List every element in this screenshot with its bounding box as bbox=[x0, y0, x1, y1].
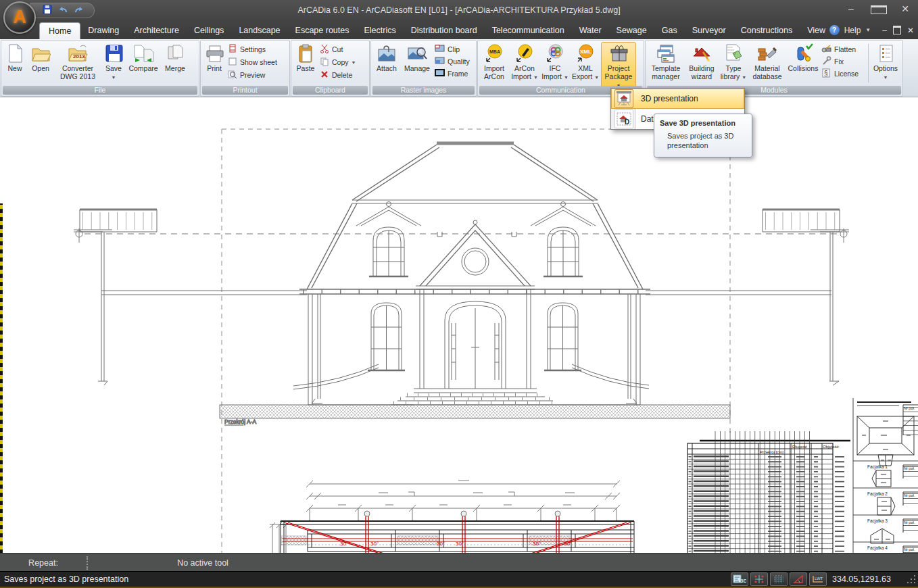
lineweight-toggle[interactable]: LWT bbox=[809, 572, 827, 586]
checkbox-icon bbox=[228, 57, 237, 68]
sheet-panel: Nr poł. Facjatka 1 Facjatka 2 Facjatka 3… bbox=[853, 398, 918, 554]
tab-constructions[interactable]: Constructions bbox=[733, 22, 800, 39]
snap-toggle[interactable] bbox=[750, 572, 768, 586]
help-icon[interactable]: ? bbox=[829, 25, 840, 35]
save-button[interactable]: Save▼ bbox=[101, 42, 126, 82]
license-button[interactable]: § License bbox=[821, 68, 865, 79]
building-wizard-icon bbox=[691, 43, 712, 64]
tab-gas[interactable]: Gas bbox=[654, 22, 685, 39]
tab-drawing[interactable]: Drawing bbox=[80, 22, 126, 39]
license-icon: § bbox=[821, 68, 831, 79]
tab-escape-routes[interactable]: Escape routes bbox=[288, 22, 357, 39]
ortho-toggle[interactable] bbox=[790, 572, 807, 586]
app-logo[interactable]: A bbox=[3, 1, 36, 34]
merge-button[interactable]: Merge bbox=[161, 42, 189, 74]
attach-button[interactable]: Attach bbox=[372, 42, 401, 74]
tab-landscape[interactable]: Landscape bbox=[231, 22, 287, 39]
modules-separator bbox=[868, 44, 869, 82]
clip-button[interactable]: Clip bbox=[435, 44, 470, 54]
material-database-button[interactable]: Material database bbox=[748, 42, 786, 82]
show-sheet-button[interactable]: Show sheet bbox=[228, 57, 277, 68]
fix-wrench-icon bbox=[821, 56, 831, 66]
close-button[interactable]: ✕ bbox=[898, 3, 913, 16]
import-arcon-button[interactable]: MBA Import ArCon bbox=[479, 42, 509, 82]
mba-icon: MBA bbox=[484, 43, 504, 64]
compare-icon bbox=[132, 43, 154, 64]
tab-architecture[interactable]: Architecture bbox=[126, 22, 187, 39]
flatten-button[interactable]: Flatten bbox=[821, 44, 865, 54]
tab-electrics[interactable]: Electrics bbox=[356, 22, 403, 39]
doc-restore-button[interactable] bbox=[893, 24, 901, 36]
group-printout: Print Settings Show sheet Preview Printo… bbox=[200, 40, 290, 97]
tab-home[interactable]: Home bbox=[39, 22, 80, 39]
grid-toggle[interactable] bbox=[770, 572, 788, 586]
compare-button[interactable]: Compare bbox=[126, 42, 161, 74]
xml-export-button[interactable]: XML XML Export ▼ bbox=[570, 42, 601, 82]
frame-button[interactable]: Frame bbox=[435, 68, 470, 78]
template-manager-button[interactable]: Template manager bbox=[647, 42, 685, 82]
manage-button[interactable]: Manage bbox=[401, 42, 433, 74]
project-package-button[interactable]: Project Package ▼ bbox=[601, 42, 636, 89]
arcon-import-dropdown-arrow[interactable]: ▼ bbox=[533, 75, 538, 80]
options-icon bbox=[875, 43, 896, 64]
command-bar: Repeat: No active tool bbox=[0, 553, 918, 572]
ribbon-tabs: Home Drawing Architecture Ceilings Lands… bbox=[0, 20, 918, 39]
converter-dwg-button[interactable]: 2013 Converter DWG 2013 bbox=[54, 42, 101, 82]
help-label[interactable]: Help bbox=[844, 26, 861, 35]
collisions-button[interactable]: Collisions bbox=[786, 42, 820, 74]
tab-ceilings[interactable]: Ceilings bbox=[187, 22, 231, 39]
template-manager-icon bbox=[655, 43, 677, 64]
save-dropdown-arrow[interactable]: ▼ bbox=[112, 75, 116, 80]
type-library-button[interactable]: Type library ▼ bbox=[719, 42, 748, 82]
print-button[interactable]: Print bbox=[202, 42, 226, 74]
options-button[interactable]: Options▼ bbox=[870, 42, 901, 82]
svg-text:LWT: LWT bbox=[815, 577, 823, 581]
tab-telecommunication[interactable]: Telecommunication bbox=[485, 22, 572, 39]
ifc-import-dropdown-arrow[interactable]: ▼ bbox=[564, 75, 569, 80]
tab-surveyor[interactable]: Surveyor bbox=[685, 22, 733, 39]
xml-icon: XML bbox=[575, 43, 596, 64]
cut-button[interactable]: Cut bbox=[320, 44, 356, 55]
menu-item-3d-presentation[interactable]: 3D presentation bbox=[611, 89, 744, 109]
paste-button[interactable]: Paste bbox=[293, 42, 318, 74]
svg-text:§: § bbox=[824, 70, 828, 77]
command-bar-splitter[interactable] bbox=[87, 556, 88, 570]
doc-close-button[interactable]: ✕ bbox=[907, 26, 914, 35]
copy-dropdown-arrow[interactable]: ▼ bbox=[352, 60, 356, 65]
xml-export-dropdown-arrow[interactable]: ▼ bbox=[594, 75, 599, 80]
ifc-icon bbox=[545, 43, 565, 64]
arcon-import-button[interactable]: ArCon Import ▼ bbox=[509, 42, 540, 82]
group-label-file: File bbox=[3, 86, 197, 95]
quality-image-icon bbox=[435, 56, 445, 66]
doc-minimize-button[interactable]: – bbox=[882, 26, 887, 35]
tooltip-title: Save 3D presentation bbox=[660, 119, 746, 127]
merge-icon bbox=[165, 43, 185, 64]
new-button[interactable]: New bbox=[3, 42, 27, 74]
copy-button[interactable]: Copy ▼ bbox=[320, 57, 356, 68]
type-library-dropdown-arrow[interactable]: ▼ bbox=[742, 75, 746, 80]
project-manager-3d-toggle[interactable]: 3D bbox=[731, 572, 748, 586]
status-toggles: 3D LWT bbox=[731, 572, 827, 586]
svg-text:MBA: MBA bbox=[489, 49, 500, 54]
minimize-button[interactable]: – bbox=[844, 3, 859, 16]
options-dropdown-arrow[interactable]: ▼ bbox=[884, 75, 888, 80]
resize-grip[interactable] bbox=[907, 574, 916, 584]
delete-button[interactable]: Delete bbox=[320, 70, 356, 80]
tab-sewage[interactable]: Sewage bbox=[609, 22, 654, 39]
fix-button[interactable]: Fix bbox=[821, 56, 865, 66]
elevation-drawing: Przekrój A-A bbox=[80, 143, 840, 425]
building-wizard-button[interactable]: Building wizard bbox=[685, 42, 719, 82]
tab-water[interactable]: Water bbox=[572, 22, 609, 39]
help-chevron-icon[interactable]: ▼ bbox=[865, 27, 871, 33]
svg-text:30°: 30° bbox=[437, 541, 445, 547]
tab-distribution-board[interactable]: Distribution board bbox=[404, 22, 485, 39]
tab-view[interactable]: View bbox=[800, 22, 833, 39]
quality-button[interactable]: Quality bbox=[435, 56, 470, 66]
ifc-import-button[interactable]: IFC Import ▼ bbox=[540, 42, 570, 82]
settings-button[interactable]: Settings bbox=[228, 44, 277, 55]
maximize-button[interactable] bbox=[871, 3, 886, 16]
open-button[interactable]: Open bbox=[27, 42, 54, 74]
drawing-workspace[interactable]: Przekrój A-A bbox=[0, 97, 918, 554]
group-label-raster: Raster images bbox=[372, 86, 475, 95]
preview-button[interactable]: Preview bbox=[228, 70, 277, 80]
